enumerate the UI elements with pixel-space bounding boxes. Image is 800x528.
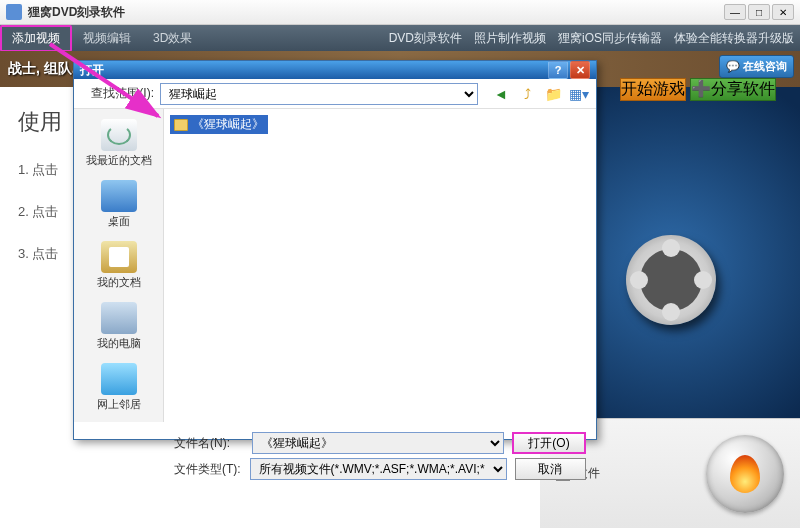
effect-3d-button[interactable]: 3D效果: [142, 26, 203, 51]
nav-view-icon[interactable]: ▦▾: [570, 85, 588, 103]
lookin-select[interactable]: 猩球崛起: [160, 83, 478, 105]
desktop-icon: [101, 180, 137, 212]
nav-link[interactable]: 照片制作视频: [474, 30, 546, 47]
place-computer[interactable]: 我的电脑: [79, 298, 159, 355]
minimize-button[interactable]: —: [724, 4, 746, 20]
nav-up-icon[interactable]: ⤴: [518, 85, 536, 103]
place-desktop[interactable]: 桌面: [79, 176, 159, 233]
filetype-label: 文件类型(T):: [174, 461, 242, 478]
app-title: 狸窝DVD刻录软件: [28, 4, 722, 21]
recent-docs-icon: [101, 119, 137, 151]
filename-input[interactable]: 《猩球崛起》: [252, 432, 504, 454]
film-reel-icon: [626, 235, 716, 325]
dialog-titlebar: 打开 ? ✕: [74, 61, 596, 79]
file-list[interactable]: 《猩球崛起》: [164, 109, 596, 422]
computer-icon: [101, 302, 137, 334]
nav-link[interactable]: DVD刻录软件: [389, 30, 462, 47]
lookin-row: 查找范围(I): 猩球崛起 ◄ ⤴ 📁 ▦▾: [74, 79, 596, 109]
add-video-button[interactable]: 添加视频: [0, 25, 72, 52]
nav-newfolder-icon[interactable]: 📁: [544, 85, 562, 103]
nav-link[interactable]: 体验全能转换器升级版: [674, 30, 794, 47]
cancel-button[interactable]: 取消: [515, 458, 586, 480]
folder-icon: [174, 119, 188, 131]
places-bar: 我最近的文档 桌面 我的文档 我的电脑 网上邻居: [74, 109, 164, 422]
filetype-select[interactable]: 所有视频文件(*.WMV;*.ASF;*.WMA;*.AVI;*: [250, 458, 507, 480]
banner-text: 战士, 组队,: [8, 60, 76, 78]
place-mydocs[interactable]: 我的文档: [79, 237, 159, 294]
dialog-close-button[interactable]: ✕: [570, 61, 590, 79]
maximize-button[interactable]: □: [748, 4, 770, 20]
file-item[interactable]: 《猩球崛起》: [170, 115, 268, 134]
nav-back-icon[interactable]: ◄: [492, 85, 510, 103]
nav-link[interactable]: 狸窝iOS同步传输器: [558, 30, 662, 47]
burn-button[interactable]: [706, 435, 784, 513]
close-button[interactable]: ✕: [772, 4, 794, 20]
share-button[interactable]: ➕分享软件: [690, 78, 776, 101]
flame-icon: [730, 455, 760, 493]
video-edit-button[interactable]: 视频编辑: [72, 26, 142, 51]
app-icon: [6, 4, 22, 20]
dialog-title: 打开: [80, 62, 546, 79]
file-name: 《猩球崛起》: [192, 116, 264, 133]
titlebar: 狸窝DVD刻录软件 — □ ✕: [0, 0, 800, 25]
consult-button[interactable]: 💬在线咨询: [719, 55, 794, 78]
place-network[interactable]: 网上邻居: [79, 359, 159, 416]
dialog-bottom: 文件名(N): 《猩球崛起》 打开(O) 文件类型(T): 所有视频文件(*.W…: [74, 422, 596, 494]
network-icon: [101, 363, 137, 395]
start-game-button[interactable]: 开始游戏: [620, 78, 686, 101]
open-file-dialog: 打开 ? ✕ 查找范围(I): 猩球崛起 ◄ ⤴ 📁 ▦▾ 我最近的文档 桌面 …: [73, 60, 597, 440]
filename-label: 文件名(N):: [174, 435, 244, 452]
dialog-help-button[interactable]: ?: [548, 61, 568, 79]
main-toolbar: 添加视频 视频编辑 3D效果 DVD刻录软件 照片制作视频 狸窝iOS同步传输器…: [0, 25, 800, 51]
place-recent[interactable]: 我最近的文档: [79, 115, 159, 172]
mydocs-icon: [101, 241, 137, 273]
open-button[interactable]: 打开(O): [512, 432, 586, 454]
lookin-label: 查找范围(I):: [82, 85, 154, 102]
